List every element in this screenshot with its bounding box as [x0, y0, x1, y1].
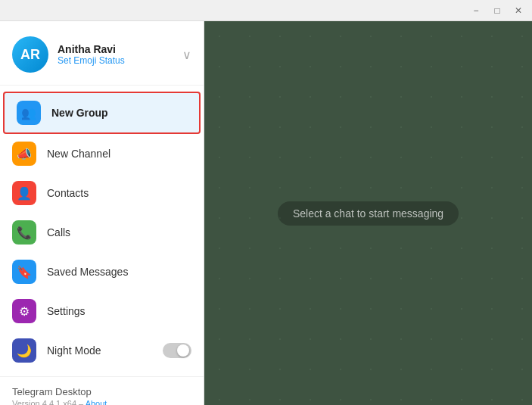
contacts-label: Contacts: [47, 187, 191, 199]
profile-name: Anitha Ravi: [58, 43, 173, 55]
window-chrome: − □ ✕: [0, 0, 532, 21]
maximize-button[interactable]: □: [487, 0, 508, 21]
saved-messages-icon: 🔖: [12, 260, 36, 284]
menu-list: 👥New Group📣New Channel👤Contacts📞Calls🔖Sa…: [0, 86, 204, 376]
menu-item-contacts[interactable]: 👤Contacts: [0, 173, 204, 213]
menu-item-new-group[interactable]: 👥New Group: [3, 92, 201, 134]
toggle-knob: [177, 344, 189, 357]
menu-item-new-channel[interactable]: 📣New Channel: [0, 134, 204, 173]
sidebar: AR Anitha Ravi Set Emoji Status ∨ 👥New G…: [0, 21, 204, 405]
menu-item-saved-messages[interactable]: 🔖Saved Messages: [0, 252, 204, 291]
close-button[interactable]: ✕: [508, 0, 529, 21]
chat-panel: Select a chat to start messaging: [204, 21, 532, 405]
menu-item-night-mode[interactable]: 🌙Night Mode: [0, 331, 204, 370]
night-mode-toggle[interactable]: [163, 343, 191, 358]
main-layout: AR Anitha Ravi Set Emoji Status ∨ 👥New G…: [0, 21, 532, 405]
calls-icon: 📞: [12, 220, 36, 245]
profile-area: AR Anitha Ravi Set Emoji Status ∨: [0, 21, 204, 86]
menu-item-calls[interactable]: 📞Calls: [0, 213, 204, 252]
menu-item-settings[interactable]: ⚙Settings: [0, 291, 204, 331]
profile-info: Anitha Ravi Set Emoji Status: [58, 43, 173, 66]
new-channel-icon: 📣: [12, 142, 36, 166]
app-name: Telegram Desktop: [12, 386, 191, 397]
night-mode-label: Night Mode: [47, 344, 152, 357]
profile-chevron-icon[interactable]: ∨: [182, 48, 191, 62]
calls-label: Calls: [47, 226, 191, 238]
night-mode-icon: 🌙: [12, 338, 36, 363]
new-group-icon: 👥: [17, 101, 41, 125]
sidebar-footer: Telegram Desktop Version 4.4.1 x64 – Abo…: [0, 376, 204, 405]
version-text: Version 4.4.1 x64 – About: [12, 399, 191, 405]
settings-label: Settings: [47, 305, 191, 317]
saved-messages-label: Saved Messages: [47, 266, 191, 278]
contacts-icon: 👤: [12, 181, 36, 205]
minimize-button[interactable]: −: [465, 0, 487, 21]
about-link[interactable]: About: [86, 399, 107, 405]
avatar: AR: [12, 36, 48, 73]
settings-icon: ⚙: [12, 299, 36, 323]
select-chat-label: Select a chat to start messaging: [278, 201, 459, 226]
new-group-label: New Group: [51, 107, 187, 119]
emoji-status-link[interactable]: Set Emoji Status: [58, 55, 173, 66]
new-channel-label: New Channel: [47, 148, 191, 160]
